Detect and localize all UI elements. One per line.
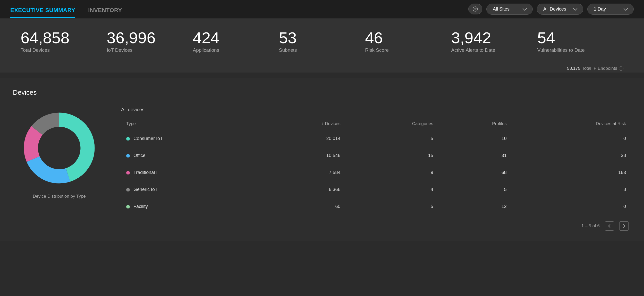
stat-total-devices-number: 64,858 [21,30,107,46]
cell-devices: 20,014 [259,130,346,147]
type-dot [126,205,130,208]
cell-devices: 6,368 [259,181,346,198]
donut-chart-label: Device Distribution by Type [33,194,86,199]
stat-vulnerabilities: 54 Vulnerabilities to Date 53,175 Total … [537,30,623,63]
cell-risk: 8 [512,181,631,198]
type-dot [126,137,130,141]
table-row[interactable]: Facility 60 5 12 0 [121,198,631,215]
cell-risk: 38 [512,147,631,164]
col-devices[interactable]: ↓ Devices [259,118,346,130]
cell-categories: 5 [346,198,438,215]
cell-type: Consumer IoT [121,130,259,147]
stat-active-alerts-number: 3,942 [451,30,537,46]
col-type: Type [121,118,259,130]
cell-type: Facility [121,198,259,215]
stat-total-devices-label: Total Devices [21,47,107,53]
stat-vulnerabilities-number: 54 [537,30,623,46]
devices-table-container: All devices Type ↓ Devices Categories Pr… [121,107,631,231]
time-dropdown[interactable]: 1 Day [587,4,634,15]
stat-applications-number: 424 [193,30,279,46]
cell-profiles: 10 [438,130,512,147]
nav-controls: All Sites All Devices 1 Day [468,4,634,15]
filter-button[interactable] [468,4,482,14]
pagination-info: 1 – 5 of 6 [581,223,600,229]
cell-categories: 5 [346,130,438,147]
type-dot [126,188,130,191]
pagination: 1 – 5 of 6 [121,221,631,231]
table-row[interactable]: Office 10,546 15 31 38 [121,147,631,164]
cell-categories: 9 [346,164,438,181]
devices-section: Devices Device Distribution by Type All … [0,78,644,241]
cell-categories: 15 [346,147,438,164]
type-dot [126,154,130,158]
donut-container: Device Distribution by Type [13,107,106,199]
cell-profiles: 12 [438,198,512,215]
type-name: Office [133,153,146,158]
sites-dropdown-label: All Sites [493,6,510,12]
stat-active-alerts-label: Active Alerts to Date [451,47,537,53]
stat-subnets-number: 53 [279,30,365,46]
info-icon: i [619,66,623,71]
ip-endpoints: 53,175 Total IP Endpoints i [567,66,623,71]
stat-iot-devices-number: 36,996 [107,30,193,46]
table-subtitle: All devices [121,107,631,112]
tab-executive-summary[interactable]: EXECUTIVE SUMMARY [10,7,75,18]
devices-table: Type ↓ Devices Categories Profiles Devic… [121,118,631,215]
chevron-down-icon [573,6,578,11]
cell-devices: 60 [259,198,346,215]
type-dot [126,171,130,175]
stat-applications: 424 Applications [193,30,279,53]
cell-risk: 0 [512,198,631,215]
ip-endpoints-label: Total IP Endpoints [582,66,617,71]
stats-banner: 64,858 Total Devices 36,996 IoT Devices … [0,19,644,73]
navbar: EXECUTIVE SUMMARY INVENTORY All Sites Al… [0,0,644,19]
table-row[interactable]: Traditional IT 7,584 9 68 163 [121,164,631,181]
cell-profiles: 68 [438,164,512,181]
nav-tabs: EXECUTIVE SUMMARY INVENTORY [10,0,122,18]
stat-subnets-label: Subnets [279,47,365,53]
chevron-down-icon [523,6,527,11]
devices-content: Device Distribution by Type All devices … [13,107,631,231]
type-name: Traditional IT [133,170,160,175]
prev-page-button[interactable] [605,221,614,231]
devices-dropdown-label: All Devices [543,6,566,12]
table-row[interactable]: Consumer IoT 20,014 5 10 0 [121,130,631,147]
stat-vulnerabilities-label: Vulnerabilities to Date [537,47,623,53]
filter-icon [473,6,478,12]
right-arrow-icon [622,224,625,228]
col-categories: Categories [346,118,438,130]
sites-dropdown[interactable]: All Sites [486,4,533,15]
stat-total-devices: 64,858 Total Devices [21,30,107,53]
cell-type: Generic IoT [121,181,259,198]
type-name: Generic IoT [133,187,158,192]
stat-applications-label: Applications [193,47,279,53]
devices-dropdown[interactable]: All Devices [537,4,583,15]
stat-risk-score-number: 46 [365,30,451,46]
next-page-button[interactable] [619,221,629,231]
ip-endpoints-number: 53,175 [567,66,580,71]
cell-profiles: 5 [438,181,512,198]
stat-iot-devices: 36,996 IoT Devices [107,30,193,53]
type-name: Consumer IoT [133,136,163,141]
table-row[interactable]: Generic IoT 6,368 4 5 8 [121,181,631,198]
left-arrow-icon [608,224,612,228]
chevron-down-icon [624,6,628,11]
svg-point-9 [38,127,80,169]
cell-devices: 10,546 [259,147,346,164]
cell-devices: 7,584 [259,164,346,181]
cell-profiles: 31 [438,147,512,164]
donut-chart [18,107,100,189]
tab-inventory[interactable]: INVENTORY [88,7,122,18]
stat-risk-score-label: Risk Score [365,47,451,53]
col-profiles: Profiles [438,118,512,130]
time-dropdown-label: 1 Day [594,6,606,12]
stat-active-alerts: 3,942 Active Alerts to Date [451,30,537,53]
stat-risk-score: 46 Risk Score [365,30,451,53]
cell-risk: 0 [512,130,631,147]
stat-subnets: 53 Subnets [279,30,365,53]
devices-section-title: Devices [13,89,631,97]
stat-iot-devices-label: IoT Devices [107,47,193,53]
cell-type: Traditional IT [121,164,259,181]
cell-risk: 163 [512,164,631,181]
cell-type: Office [121,147,259,164]
